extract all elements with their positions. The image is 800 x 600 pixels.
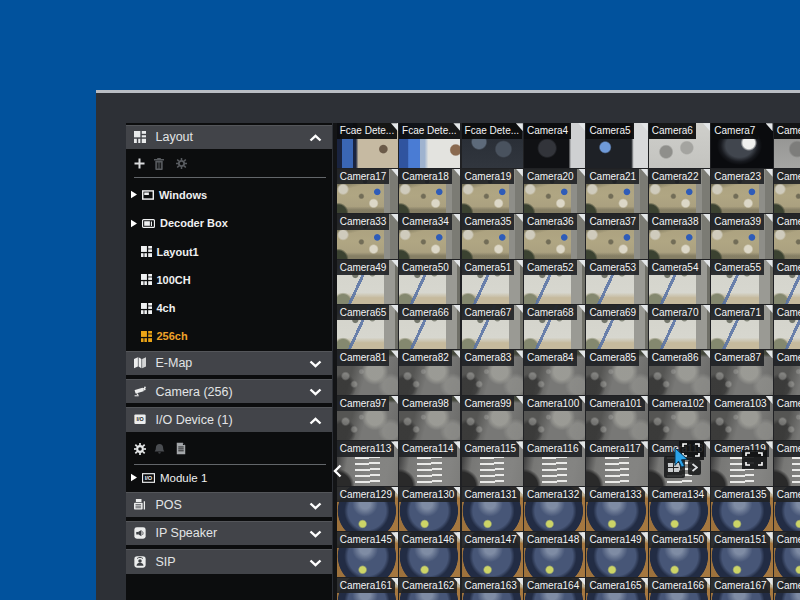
svg-text:I/O: I/O bbox=[136, 417, 143, 423]
svg-text:I/O: I/O bbox=[145, 475, 153, 481]
